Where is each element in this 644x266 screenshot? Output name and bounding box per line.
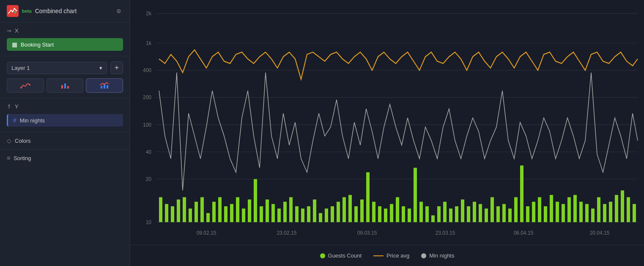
- svg-rect-64: [343, 197, 346, 222]
- svg-rect-42: [212, 202, 216, 222]
- up-arrow-icon: ⇑: [7, 103, 11, 110]
- svg-rect-113: [633, 204, 636, 222]
- layer-row: Layer 1 ▾ +: [7, 61, 123, 74]
- y-field[interactable]: # Min nights: [7, 114, 123, 127]
- svg-rect-6: [67, 86, 69, 89]
- gear-button[interactable]: ⚙: [115, 6, 123, 16]
- svg-rect-68: [366, 172, 370, 222]
- booking-start-button[interactable]: ▦ Booking Start: [7, 38, 123, 51]
- svg-rect-93: [514, 197, 518, 222]
- svg-text:09.02.15: 09.02.15: [197, 230, 216, 236]
- svg-text:400: 400: [143, 67, 151, 73]
- combined-chart-type-button[interactable]: [86, 78, 123, 93]
- svg-rect-95: [526, 206, 529, 222]
- svg-rect-5: [64, 83, 66, 89]
- svg-rect-104: [579, 202, 583, 222]
- svg-rect-50: [260, 206, 263, 222]
- beta-badge: beta: [22, 8, 32, 14]
- svg-rect-70: [378, 206, 381, 222]
- svg-text:1k: 1k: [146, 40, 151, 46]
- svg-rect-59: [313, 200, 316, 222]
- svg-text:40: 40: [146, 149, 151, 155]
- bar-chart-type-button[interactable]: [47, 78, 84, 93]
- svg-rect-103: [573, 195, 577, 222]
- svg-rect-89: [491, 197, 494, 222]
- svg-rect-73: [396, 197, 399, 222]
- svg-rect-92: [508, 208, 512, 222]
- y-label-text: Y: [15, 103, 19, 110]
- svg-rect-51: [266, 200, 269, 222]
- svg-rect-47: [242, 208, 245, 222]
- field-label: Booking Start: [21, 42, 54, 48]
- svg-rect-43: [218, 197, 222, 222]
- svg-rect-83: [455, 206, 458, 222]
- svg-rect-85: [467, 206, 470, 222]
- right-arrow-icon: ⇒: [7, 28, 11, 34]
- svg-rect-110: [615, 195, 618, 222]
- diamond-icon: ◇: [7, 137, 11, 144]
- svg-rect-78: [425, 206, 429, 222]
- logo-icon: [7, 5, 19, 17]
- svg-rect-1: [14, 11, 16, 14]
- guests-count-label: Guests Count: [328, 252, 362, 259]
- svg-rect-48: [248, 200, 251, 222]
- svg-rect-77: [419, 202, 423, 222]
- plus-icon: +: [115, 64, 119, 72]
- guests-count-dot: [320, 253, 325, 258]
- svg-rect-56: [295, 206, 299, 222]
- svg-rect-94: [520, 166, 523, 222]
- header: beta Combined chart ⚙: [0, 0, 130, 22]
- svg-rect-57: [301, 208, 304, 222]
- svg-rect-52: [271, 204, 275, 222]
- svg-rect-82: [449, 208, 452, 222]
- svg-text:23.02.15: 23.02.15: [277, 230, 297, 236]
- line-chart-type-button[interactable]: [7, 78, 44, 93]
- price-avg-label: Price avg: [386, 252, 409, 259]
- colors-section[interactable]: ◇ Colors: [0, 132, 130, 150]
- chevron-down-icon: ▾: [99, 65, 102, 71]
- svg-rect-112: [627, 197, 630, 222]
- legend-guests-count: Guests Count: [320, 252, 362, 259]
- chart-area: ••• 2k 1k 400 200 100 40 20 10 09.02.15: [130, 0, 644, 266]
- svg-rect-109: [609, 202, 612, 222]
- combined-chart-icon: [99, 82, 110, 89]
- svg-rect-80: [437, 206, 441, 222]
- svg-rect-7: [101, 86, 102, 89]
- add-layer-button[interactable]: +: [110, 61, 123, 74]
- chart-svg: 2k 1k 400 200 100 40 20 10 09.02.15 23.0…: [130, 0, 644, 245]
- colors-title: ◇ Colors: [7, 137, 123, 144]
- sidebar: beta Combined chart ⚙ ⇒ X ▦ Booking Star…: [0, 0, 130, 266]
- svg-rect-97: [538, 197, 541, 222]
- min-nights-label: Min nights: [429, 252, 454, 259]
- svg-rect-46: [236, 197, 239, 222]
- svg-text:06.04.15: 06.04.15: [514, 230, 534, 236]
- svg-rect-91: [502, 204, 506, 222]
- svg-rect-72: [390, 204, 393, 222]
- svg-rect-36: [177, 200, 180, 222]
- svg-text:09.03.15: 09.03.15: [357, 230, 377, 236]
- svg-rect-8: [104, 84, 105, 89]
- svg-text:200: 200: [143, 94, 151, 100]
- svg-rect-106: [591, 208, 595, 222]
- y-axis-section: ⇑ Y # Min nights: [0, 98, 130, 132]
- legend-min-nights: Min nights: [421, 252, 454, 259]
- svg-rect-39: [195, 202, 198, 222]
- svg-rect-100: [556, 202, 559, 222]
- gear-icon: ⚙: [116, 8, 121, 14]
- layer-select[interactable]: Layer 1 ▾: [7, 62, 107, 74]
- svg-rect-98: [544, 206, 547, 222]
- svg-rect-86: [473, 202, 476, 222]
- svg-rect-41: [206, 213, 210, 222]
- svg-rect-71: [384, 208, 387, 222]
- sorting-section[interactable]: ≡ Sorting: [0, 150, 130, 166]
- svg-rect-4: [61, 85, 63, 89]
- svg-rect-74: [402, 206, 405, 222]
- layer-section: Layer 1 ▾ +: [0, 56, 130, 98]
- svg-rect-62: [331, 206, 334, 222]
- min-nights-dot: [421, 253, 426, 258]
- svg-rect-61: [325, 208, 328, 222]
- svg-rect-40: [200, 197, 204, 222]
- svg-point-3: [29, 84, 30, 86]
- svg-text:20.04.15: 20.04.15: [590, 230, 610, 236]
- svg-text:23.03.15: 23.03.15: [436, 230, 455, 236]
